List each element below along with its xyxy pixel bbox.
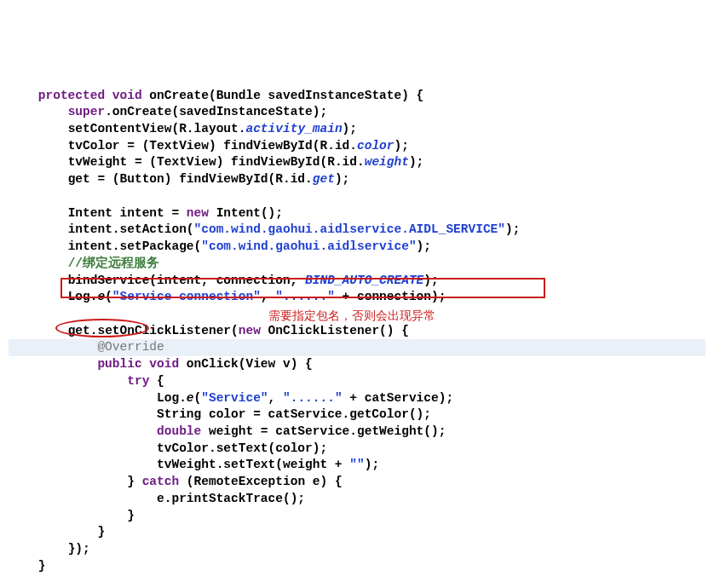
line: } <box>9 525 105 539</box>
line: @Override <box>9 339 705 356</box>
line: intent.setPackage("com.wind.gaohui.aidls… <box>9 239 431 253</box>
line: } <box>9 509 135 522</box>
line: tvWeight = (TextView) findViewById(R.id.… <box>9 155 423 169</box>
line: try { <box>9 374 164 388</box>
line: tvWeight.setText(weight + ""); <box>9 458 379 471</box>
line: public void onClick(View v) { <box>9 357 313 371</box>
line: setContentView(R.layout.activity_main); <box>9 122 357 135</box>
line: protected void onCreate(Bundle savedInst… <box>9 89 423 102</box>
line: e.printStackTrace(); <box>9 492 305 505</box>
line: } <box>9 559 46 573</box>
highlight-ellipse-bindservice <box>55 319 149 337</box>
blank-line <box>9 307 16 320</box>
code-block: protected void onCreate(Bundle savedInst… <box>9 71 705 588</box>
annotation-text: 需要指定包名，否则会出现异常 <box>268 308 435 324</box>
line: get = (Button) findViewById(R.id.get); <box>9 172 349 186</box>
line: double weight = catService.getWeight(); <box>9 424 446 438</box>
line: super.onCreate(savedInstanceState); <box>9 105 327 118</box>
line: intent.setAction("com.wind.gaohui.aidlse… <box>9 222 520 236</box>
line: }); <box>9 542 90 556</box>
line: Intent intent = new Intent(); <box>9 206 283 220</box>
line: tvColor.setText(color); <box>9 441 327 455</box>
highlight-box-setpackage <box>60 278 545 298</box>
line: //绑定远程服务 <box>9 257 159 270</box>
line: tvColor = (TextView) findViewById(R.id.c… <box>9 139 409 153</box>
line: } catch (RemoteException e) { <box>9 475 343 488</box>
line: Log.e("Service", "......" + catService); <box>9 391 453 405</box>
line: String color = catService.getColor(); <box>9 407 431 421</box>
blank-line <box>9 189 16 203</box>
